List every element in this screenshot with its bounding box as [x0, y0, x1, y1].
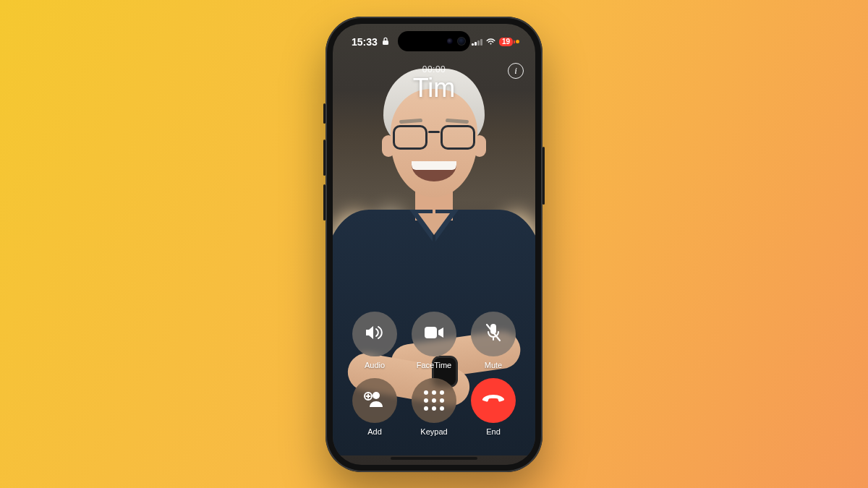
svg-rect-1 — [425, 327, 437, 338]
volume-up-button[interactable] — [323, 140, 326, 176]
mic-off-icon — [485, 322, 502, 346]
mute-button[interactable]: Mute — [471, 312, 516, 369]
clock: 15:33 — [352, 36, 378, 48]
status-left: 15:33 — [352, 36, 389, 48]
facetime-button[interactable]: FaceTime — [412, 312, 456, 369]
add-label: Add — [367, 427, 382, 436]
audio-route-button[interactable]: Audio — [352, 312, 397, 369]
add-person-icon — [364, 390, 386, 411]
end-label: End — [486, 427, 501, 436]
add-call-button[interactable]: Add — [352, 378, 397, 436]
silent-switch[interactable] — [323, 103, 326, 124]
phone-down-icon — [481, 393, 506, 408]
wifi-icon — [485, 36, 496, 48]
mute-label: Mute — [485, 361, 502, 369]
keypad-button[interactable]: Keypad — [412, 378, 456, 436]
battery-indicator: 19 — [499, 38, 513, 46]
cellular-signal-icon — [472, 38, 482, 46]
caller-name: Tim — [333, 74, 535, 102]
video-icon — [423, 325, 445, 343]
call-header: 00:00 Tim — [333, 64, 535, 102]
front-camera — [457, 37, 466, 46]
end-call-button[interactable]: End — [471, 378, 516, 436]
speaker-icon — [364, 324, 386, 344]
svg-point-3 — [373, 392, 380, 399]
keypad-label: Keypad — [420, 427, 447, 436]
iphone-frame: 15:33 — [326, 17, 542, 472]
status-right: 19 — [472, 36, 519, 48]
home-indicator[interactable] — [391, 457, 477, 460]
lock-icon — [382, 37, 389, 47]
keypad-icon — [424, 390, 444, 411]
call-controls: Audio FaceTime — [333, 312, 535, 448]
call-duration: 00:00 — [333, 64, 535, 74]
mic-in-use-indicator-icon — [516, 40, 519, 43]
battery-percent: 19 — [502, 38, 510, 46]
sensor-dot — [447, 38, 453, 44]
facetime-label: FaceTime — [417, 361, 452, 369]
phone-screen: 15:33 — [333, 24, 535, 465]
audio-label: Audio — [365, 361, 385, 369]
svg-rect-0 — [383, 40, 388, 45]
dynamic-island[interactable] — [398, 31, 470, 51]
volume-down-button[interactable] — [323, 184, 326, 221]
power-button[interactable] — [542, 147, 545, 205]
